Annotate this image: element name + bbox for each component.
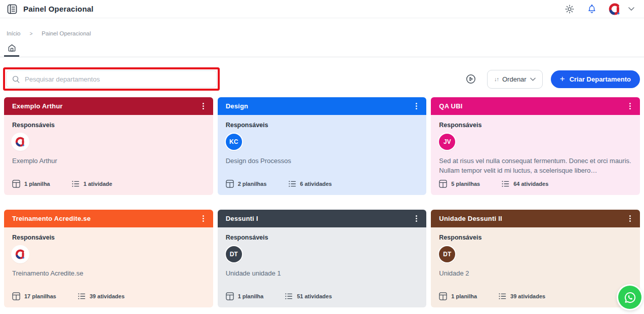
kebab-menu-icon[interactable] <box>627 101 633 111</box>
activities-stat: 64 atividades <box>501 180 548 188</box>
card-body: Responsáveis Exemplo Arthur 1 planilha <box>4 115 213 195</box>
card-header: Exemplo Arthur <box>4 97 213 115</box>
list-icon <box>285 292 293 300</box>
responsibles-label: Responsáveis <box>12 234 205 241</box>
search-annotation-box <box>3 67 220 91</box>
card-title: Treinamento Acredite.se <box>12 215 91 222</box>
kebab-menu-icon[interactable] <box>627 213 633 224</box>
sheets-stat: 1 planilha <box>226 292 264 300</box>
card-stats: 1 planilha 1 atividade <box>12 180 205 188</box>
sort-arrows-icon: ↓↑ <box>494 76 499 82</box>
activities-stat: 39 atividades <box>77 292 125 300</box>
list-icon <box>501 180 509 188</box>
department-card-treinamento[interactable]: Treinamento Acredite.se Responsáveis Tre… <box>4 210 213 307</box>
card-header: Design <box>218 97 427 115</box>
activities-stat: 39 atividades <box>498 292 545 300</box>
activities-stat: 1 atividade <box>71 180 112 188</box>
spreadsheet-icon <box>12 180 20 188</box>
kebab-menu-icon[interactable] <box>414 213 419 224</box>
card-title: Exemplo Arthur <box>12 102 63 110</box>
chevron-down-icon[interactable] <box>626 4 637 15</box>
card-title: Unidade Dessunti II <box>439 215 502 222</box>
responsibles-label: Responsáveis <box>226 122 419 129</box>
search-box[interactable] <box>6 70 217 88</box>
card-body: Responsáveis DT Unidade unidade 1 1 plan… <box>218 227 427 307</box>
spreadsheet-icon <box>439 292 447 300</box>
top-bar: Painel Operacional <box>0 0 644 18</box>
search-icon <box>12 75 20 84</box>
sort-button[interactable]: ↓↑ Ordenar <box>487 70 543 89</box>
card-title: Dessunti I <box>226 215 258 222</box>
create-department-label: Criar Departamento <box>570 75 631 83</box>
spreadsheet-icon <box>12 292 20 300</box>
whatsapp-button[interactable] <box>618 286 641 309</box>
spreadsheet-icon <box>439 180 447 188</box>
avatar[interactable]: DT <box>439 246 455 262</box>
gear-icon[interactable] <box>564 4 575 15</box>
sheets-stat: 5 planilhas <box>439 180 480 188</box>
responsibles-label: Responsáveis <box>226 234 419 241</box>
responsibles-label: Responsáveis <box>439 234 632 241</box>
card-header: QA UBI <box>431 97 640 115</box>
breadcrumb: Início > Painel Operacional <box>7 30 644 36</box>
card-header: Treinamento Acredite.se <box>4 210 213 227</box>
card-description: Sed at risus vel nulla consequat ferment… <box>439 156 632 176</box>
activities-stat: 51 atividades <box>285 292 332 300</box>
card-body: Responsáveis Treinamento Acredite.se 17 … <box>4 227 213 307</box>
page-title: Painel Operacional <box>23 5 94 13</box>
brand-logo[interactable] <box>609 3 621 15</box>
list-icon <box>77 292 86 300</box>
department-card-dessunti-2[interactable]: Unidade Dessunti II Responsáveis DT Unid… <box>431 210 640 307</box>
avatar[interactable]: KC <box>226 134 242 150</box>
card-stats: 5 planilhas 64 atividades <box>439 180 632 188</box>
avatar[interactable]: DT <box>226 246 242 262</box>
avatar[interactable]: JV <box>439 134 455 150</box>
sheets-stat: 1 planilha <box>439 292 477 300</box>
card-description: Exemplo Arthur <box>12 156 205 166</box>
tab-bar <box>0 44 644 57</box>
kebab-menu-icon[interactable] <box>414 101 419 111</box>
notification-bell-icon[interactable] <box>586 4 597 15</box>
sheets-stat: 2 planilhas <box>226 180 267 188</box>
card-description: Unidade 2 <box>439 269 632 279</box>
card-description: Treinamento Acredite.se <box>12 269 205 279</box>
search-input[interactable] <box>25 75 211 83</box>
card-description: Unidade unidade 1 <box>226 269 419 279</box>
department-card-exemplo-arthur[interactable]: Exemplo Arthur Responsáveis Exemplo Arth… <box>4 97 213 195</box>
department-card-dessunti-1[interactable]: Dessunti I Responsáveis DT Unidade unida… <box>218 210 427 307</box>
chevron-down-icon <box>530 77 536 81</box>
card-stats: 1 planilha 51 atividades <box>226 292 419 300</box>
avatar[interactable] <box>12 246 28 262</box>
card-title: QA UBI <box>439 102 462 110</box>
card-stats: 2 planilhas 6 atividades <box>226 180 419 188</box>
card-stats: 17 planilhas 39 atividades <box>12 292 205 300</box>
card-header: Unidade Dessunti II <box>431 210 640 227</box>
toolbar: ↓↑ Ordenar + Criar Departamento <box>0 67 644 91</box>
breadcrumb-separator: > <box>30 31 33 36</box>
card-description: Design dos Processos <box>226 156 419 166</box>
card-title: Design <box>226 102 249 110</box>
sort-button-label: Ordenar <box>502 75 527 83</box>
play-circle-icon[interactable] <box>466 74 476 84</box>
breadcrumb-home[interactable]: Início <box>7 30 21 36</box>
card-body: Responsáveis KC Design dos Processos 2 p… <box>218 115 427 195</box>
avatar[interactable] <box>12 134 28 150</box>
card-body: Responsáveis JV Sed at risus vel nulla c… <box>431 115 640 195</box>
card-stats: 1 planilha 39 atividades <box>439 292 632 300</box>
breadcrumb-current: Painel Operacional <box>42 30 91 36</box>
spreadsheet-icon <box>226 180 234 188</box>
home-icon <box>8 44 16 52</box>
whatsapp-icon <box>623 291 637 304</box>
department-card-design[interactable]: Design Responsáveis KC Design dos Proces… <box>218 97 427 195</box>
brand-logo-icon <box>15 249 25 259</box>
tab-home[interactable] <box>4 44 19 57</box>
plus-icon: + <box>560 74 565 84</box>
department-card-qa-ubi[interactable]: QA UBI Responsáveis JV Sed at risus vel … <box>431 97 640 195</box>
department-grid: Exemplo Arthur Responsáveis Exemplo Arth… <box>4 97 640 307</box>
kebab-menu-icon[interactable] <box>200 101 206 111</box>
activities-stat: 6 atividades <box>288 180 332 188</box>
list-icon <box>288 180 296 188</box>
card-body: Responsáveis DT Unidade 2 1 planilha 3 <box>431 227 640 307</box>
kebab-menu-icon[interactable] <box>200 213 206 224</box>
create-department-button[interactable]: + Criar Departamento <box>551 70 640 88</box>
